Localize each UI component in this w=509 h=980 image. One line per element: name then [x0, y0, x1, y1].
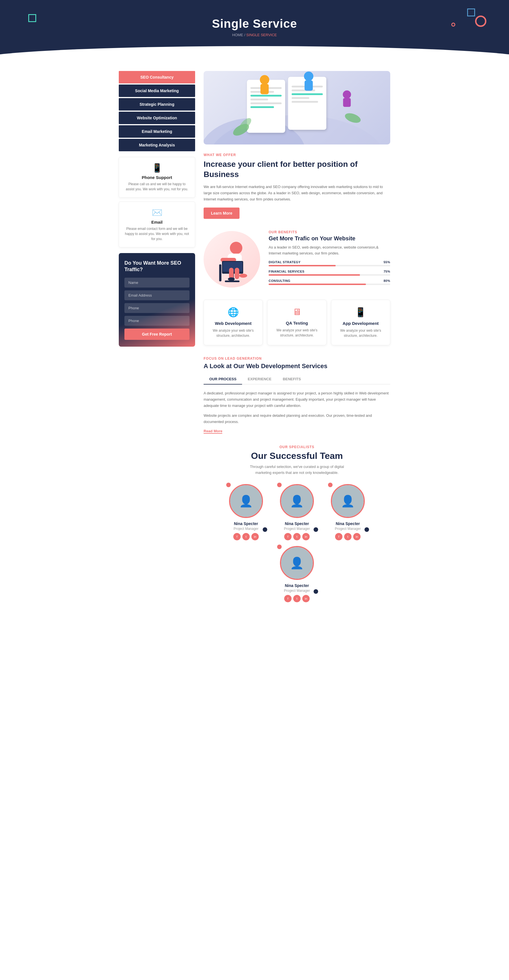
team-member-role-3: Progect Manager: [325, 527, 371, 531]
qa-icon: 🖥: [272, 307, 321, 317]
sidebar: SEO Consultancy Social Media Marketing S…: [119, 71, 195, 614]
team-member-role-4: Progect Manager: [274, 589, 320, 593]
seo-phone-input[interactable]: [124, 303, 189, 313]
app-dev-text: We analyze your web site's structure, ar…: [336, 328, 385, 338]
facebook-icon-1[interactable]: f: [233, 533, 241, 540]
social-icons-2: f t in: [274, 533, 320, 540]
team-avatar-2: 👤: [280, 484, 314, 518]
svg-rect-16: [261, 84, 269, 94]
svg-rect-7: [251, 99, 268, 100]
svg-rect-12: [291, 93, 323, 95]
facebook-icon-2[interactable]: f: [284, 533, 291, 540]
progress-pct-consulting: 80%: [383, 279, 390, 282]
what-we-offer-section: WHAT WE OFFER Increase your client for b…: [204, 153, 390, 219]
email-text: Please email contact form and we will be…: [125, 226, 189, 242]
facebook-icon-4[interactable]: f: [284, 595, 291, 602]
twitter-icon-2[interactable]: t: [293, 533, 301, 540]
phone-support-title: Phone Support: [125, 175, 189, 180]
service-card-app-dev: 📱 App Development We analyze your web si…: [331, 300, 390, 345]
lead-gen-label: FOCUS ON LEAD GENERATION: [204, 356, 390, 361]
service-illustration: [204, 71, 390, 145]
svg-rect-34: [235, 268, 239, 279]
what-we-offer-text: We are full-service Internet marketing a…: [204, 184, 390, 202]
qa-title: QA Testing: [272, 321, 321, 325]
svg-point-19: [343, 91, 351, 99]
svg-rect-27: [219, 264, 221, 282]
deco-dot-br-2: [313, 527, 318, 532]
twitter-icon-1[interactable]: t: [242, 533, 250, 540]
svg-point-15: [260, 75, 269, 84]
sidebar-item-website-optimization[interactable]: Website Optimization: [119, 112, 195, 124]
page-title: Single Service: [6, 17, 503, 30]
linkedin-icon-4[interactable]: in: [302, 595, 310, 602]
tab-benefits[interactable]: BENEFITS: [277, 374, 307, 385]
seo-email-input[interactable]: [124, 290, 189, 300]
web-dev-title: Web Development: [208, 321, 258, 326]
linkedin-icon-1[interactable]: in: [251, 533, 259, 540]
seo-name-input[interactable]: [124, 278, 189, 288]
progress-pct-digital: 55%: [383, 261, 390, 264]
linkedin-icon-2[interactable]: in: [302, 533, 310, 540]
what-we-offer-label: WHAT WE OFFER: [204, 153, 390, 157]
qa-text: We analyze your web site's structure, ar…: [272, 328, 321, 338]
team-member-role-2: Progect Manager: [274, 527, 320, 531]
avatar-placeholder-1: 👤: [230, 485, 262, 517]
what-we-offer-title: Increase your client for better position…: [204, 159, 390, 180]
breadcrumb-home[interactable]: HOME: [232, 33, 243, 37]
benefits-title: Get More Trafic on Your Website: [269, 235, 390, 242]
sidebar-item-seo-consultancy[interactable]: SEO Consultancy: [119, 71, 195, 83]
service-cards: 🌐 Web Development We analyze your web si…: [204, 300, 390, 345]
learn-more-button[interactable]: Learn More: [204, 208, 240, 219]
email-card: ✉️ Email Please email contact form and w…: [119, 202, 195, 247]
email-title: Email: [125, 220, 189, 224]
avatar-placeholder-2: 👤: [281, 485, 313, 517]
team-member-3: 👤 Nina Specter Progect Manager f t in: [325, 484, 371, 540]
deco-dot-tl: [226, 483, 231, 487]
phone-icon: 📱: [125, 163, 189, 173]
social-icons-3: f t in: [325, 533, 371, 540]
progress-fill-financial: [269, 274, 360, 276]
team-section: OUR SPECIALISTS Our Successful Team Thro…: [204, 445, 390, 603]
seo-form-title: Do You Want More SEO Traffic?: [124, 260, 189, 273]
facebook-icon-3[interactable]: f: [335, 533, 342, 540]
deco-circle-sm: [451, 22, 455, 27]
svg-point-35: [228, 277, 235, 281]
progress-bar-digital: [269, 265, 390, 266]
twitter-icon-4[interactable]: t: [293, 595, 301, 602]
sidebar-item-strategic-planning[interactable]: Strategic Planning: [119, 98, 195, 111]
sidebar-item-marketing-analysis[interactable]: Marketing Analysis: [119, 139, 195, 151]
progress-consulting: CONSULTING 80%: [269, 279, 390, 285]
team-member-2: 👤 Nina Specter Progect Manager f t in: [274, 484, 320, 540]
tab-experience[interactable]: EXPERIENCE: [242, 374, 277, 385]
team-member-name-3: Nina Specter: [325, 521, 371, 526]
phone-support-card: 📱 Phone Support Please call us and we wi…: [119, 157, 195, 198]
get-free-report-button[interactable]: Get Free Report: [124, 329, 189, 340]
lead-gen-title: A Look at Our Web Development Services: [204, 362, 390, 371]
page-body: SEO Consultancy Social Media Marketing S…: [113, 60, 396, 625]
team-title: Our Successful Team: [204, 451, 390, 461]
deco-dot-tl-4: [277, 544, 282, 549]
read-more-link[interactable]: Read More: [204, 429, 222, 434]
benefits-content: OUR BENEFITS Get More Trafic on Your Web…: [269, 230, 390, 288]
social-icons-1: f t in: [223, 533, 269, 540]
linkedin-icon-3[interactable]: in: [353, 533, 361, 540]
progress-financial: FINANCIAL SERVICES 75%: [269, 270, 390, 276]
deco-dot-br: [263, 527, 267, 532]
benefits-label: OUR BENEFITS: [269, 230, 390, 234]
tab-our-process[interactable]: OUR PROCESS: [204, 374, 242, 385]
sidebar-item-email-marketing[interactable]: Email Marketing: [119, 125, 195, 138]
twitter-icon-3[interactable]: t: [344, 533, 352, 540]
team-subtitle: Through careful selection, we've curated…: [243, 464, 351, 476]
svg-rect-9: [251, 106, 274, 108]
team-member-name-1: Nina Specter: [223, 521, 269, 526]
svg-rect-6: [251, 95, 282, 96]
tab-content: A dedicated, professional project manage…: [204, 390, 390, 433]
wave-decoration: [0, 46, 509, 60]
breadcrumb-separator: /: [244, 33, 246, 37]
seo-phone2-input[interactable]: [124, 316, 189, 326]
team-avatar-4: 👤: [280, 546, 314, 580]
progress-fill-consulting: [269, 283, 366, 285]
breadcrumb-current: SINGLE SERVICE: [246, 33, 277, 37]
sidebar-item-social-media[interactable]: Social Media Marketing: [119, 84, 195, 97]
team-cards: 👤 Nina Specter Project Manager f t in: [204, 484, 390, 602]
